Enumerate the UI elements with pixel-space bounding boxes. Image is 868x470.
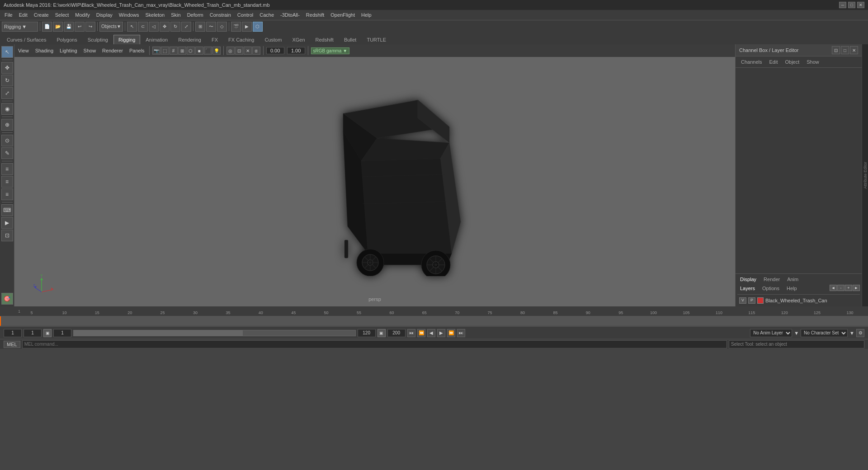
timeline-track[interactable]: [0, 316, 868, 326]
paint-tool[interactable]: ✎: [1, 147, 13, 159]
viewport-menu-renderer[interactable]: Renderer: [100, 47, 125, 54]
tab-polygons[interactable]: Polygons: [52, 35, 82, 44]
hotbox[interactable]: ⊡: [1, 230, 13, 241]
soft-mod-tool[interactable]: ◉: [1, 103, 13, 115]
render-layers[interactable]: ≡: [1, 188, 13, 200]
frame-color-btn[interactable]: ▣: [43, 329, 52, 337]
end-frame-input[interactable]: [358, 329, 376, 337]
play-back-btn[interactable]: ◀: [427, 329, 435, 337]
menu-redshift[interactable]: Redshift: [303, 11, 327, 19]
menu-help[interactable]: Help: [359, 11, 374, 19]
menu-modify[interactable]: Modify: [72, 11, 92, 19]
play-fwd-btn[interactable]: ▶: [437, 329, 445, 337]
tab-sculpting[interactable]: Sculpting: [83, 35, 113, 44]
gamma-indicator[interactable]: sRGB gamma ▼: [311, 47, 349, 54]
snap-curve-btn[interactable]: 〜: [206, 22, 216, 32]
menu-skeleton[interactable]: Skeleton: [142, 11, 167, 19]
step-back-btn[interactable]: ⏪: [417, 329, 425, 337]
objects-btn[interactable]: Objects ▼: [99, 22, 123, 32]
command-line[interactable]: ▶: [1, 217, 13, 229]
tab-rendering[interactable]: Rendering: [173, 35, 206, 44]
layer-visibility-btn[interactable]: V: [739, 297, 746, 304]
quad-panel[interactable]: 🎯: [1, 293, 13, 305]
frame-input2[interactable]: [24, 329, 42, 337]
menu-edit[interactable]: Edit: [16, 11, 30, 19]
layer-sub-tab-help[interactable]: Help: [784, 285, 800, 293]
snap-grid-btn[interactable]: ⊞: [195, 22, 205, 32]
menu-constrain[interactable]: Constrain: [207, 11, 234, 19]
goto-start-btn[interactable]: ⏮: [407, 329, 415, 337]
tab-animation[interactable]: Animation: [141, 35, 173, 44]
vp-icon-xray[interactable]: ✕: [244, 47, 252, 55]
menu-control[interactable]: Control: [235, 11, 256, 19]
undo-btn[interactable]: ↩: [75, 22, 85, 32]
ch-tab-channels[interactable]: Channels: [739, 58, 764, 66]
ch-tab-show[interactable]: Show: [805, 58, 821, 66]
viewport-menu-show[interactable]: Show: [82, 47, 98, 54]
script-editor[interactable]: ⌨: [1, 204, 13, 216]
menu-deform[interactable]: Deform: [184, 11, 206, 19]
ruler-ticks[interactable]: 5101520253035404550556065707580859095100…: [32, 306, 850, 316]
vp-icon-safe[interactable]: ⊞: [178, 47, 186, 55]
render-settings-btn[interactable]: 🎬: [231, 22, 241, 32]
anim-layer-select[interactable]: No Anim Layer: [750, 329, 792, 337]
menu-openflight[interactable]: OpenFlight: [328, 11, 358, 19]
ch-tab-object[interactable]: Object: [783, 58, 801, 66]
select-tool-btn[interactable]: ↖: [127, 22, 137, 32]
rotate-tool[interactable]: ↻: [1, 75, 13, 86]
open-btn[interactable]: 📂: [53, 22, 63, 32]
vp-icon-wireframe[interactable]: ⬡: [187, 47, 195, 55]
save-btn[interactable]: 💾: [64, 22, 74, 32]
vp-icon-camera[interactable]: 📷: [152, 47, 160, 55]
vp-icon-isolate[interactable]: ◎: [226, 47, 235, 55]
menu-file[interactable]: File: [2, 11, 15, 19]
paint-tool-btn[interactable]: ◁: [149, 22, 159, 32]
panel-float-btn[interactable]: □: [841, 46, 849, 54]
minimize-button[interactable]: ─: [839, 2, 846, 8]
lasso-tool[interactable]: ⊙: [1, 135, 13, 146]
layer-nav-minus[interactable]: -: [837, 285, 844, 291]
layer-playback-btn[interactable]: P: [748, 297, 755, 304]
tab-xgen[interactable]: XGen: [287, 35, 310, 44]
goto-end-btn[interactable]: ⏭: [457, 329, 465, 337]
new-scene-btn[interactable]: 📄: [42, 22, 52, 32]
tab-fx-caching[interactable]: FX Caching: [223, 35, 259, 44]
end-frame-color-btn[interactable]: ▣: [377, 329, 386, 337]
move-tool-btn[interactable]: ✥: [160, 22, 170, 32]
tab-curves-surfaces[interactable]: Curves / Surfaces: [2, 35, 51, 44]
tab-turtle[interactable]: TURTLE: [362, 35, 391, 44]
vp-icon-solid[interactable]: ■: [195, 47, 203, 55]
layer-sub-tab-layers[interactable]: Layers: [737, 285, 758, 293]
layer-nav-plus[interactable]: +: [845, 285, 852, 291]
vp-icon-grid[interactable]: #: [170, 47, 178, 55]
preferences-btn[interactable]: ⚙: [856, 329, 864, 337]
layer-tab-anim[interactable]: Anim: [784, 276, 801, 283]
snap-point-btn[interactable]: ◇: [217, 22, 227, 32]
step-fwd-btn[interactable]: ⏩: [447, 329, 455, 337]
menu-display[interactable]: Display: [94, 11, 115, 19]
layer-color-swatch[interactable]: [757, 297, 764, 304]
rotate-tool-btn[interactable]: ↻: [170, 22, 180, 32]
layer-sub-tab-options[interactable]: Options: [760, 285, 782, 293]
panel-dock-btn[interactable]: ⊡: [832, 46, 840, 54]
redo-btn[interactable]: ↪: [85, 22, 95, 32]
menu-cache[interactable]: Cache: [257, 11, 277, 19]
layer-tab-display[interactable]: Display: [737, 276, 759, 283]
layer-nav-left[interactable]: ◄: [830, 285, 837, 291]
menu-3dto[interactable]: -3DtoAll-: [278, 11, 302, 19]
tab-custom[interactable]: Custom: [260, 35, 287, 44]
vp-icon-textured[interactable]: ⬛: [204, 47, 212, 55]
menu-skin[interactable]: Skin: [168, 11, 183, 19]
tab-rigging[interactable]: Rigging: [113, 35, 140, 44]
command-line-input[interactable]: [22, 340, 727, 348]
layer-tab-render[interactable]: Render: [761, 276, 783, 283]
menu-windows[interactable]: Windows: [116, 11, 142, 19]
timeline-range-bar[interactable]: [73, 330, 356, 336]
lasso-tool-btn[interactable]: ⊂: [138, 22, 148, 32]
ch-tab-edit[interactable]: Edit: [767, 58, 779, 66]
select-tool[interactable]: ↖: [1, 46, 13, 58]
viewport-menu-view[interactable]: View: [16, 47, 31, 54]
layer-editor[interactable]: ≡: [1, 176, 13, 188]
end-frame-input2[interactable]: [387, 329, 406, 337]
viewport-menu-shading[interactable]: Shading: [33, 47, 55, 54]
